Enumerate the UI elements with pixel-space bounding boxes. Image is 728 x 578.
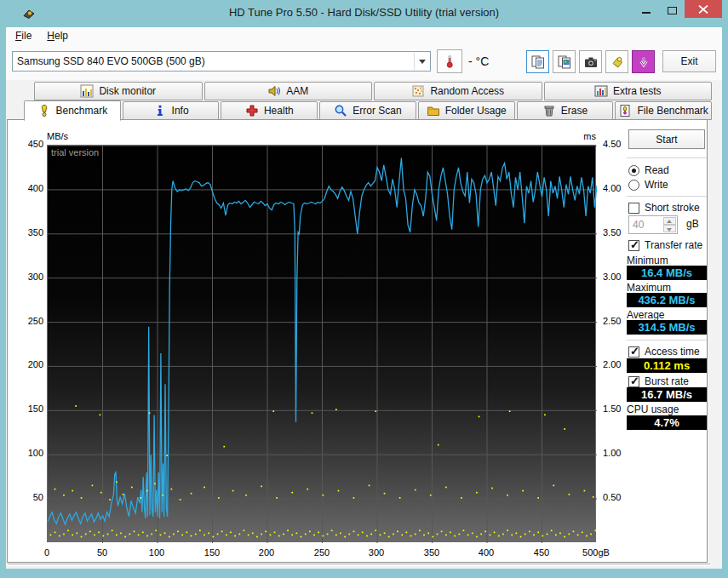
maximize-button[interactable] xyxy=(659,0,685,19)
screenshot-button[interactable] xyxy=(579,50,602,73)
transfer-rate-checkbox[interactable]: Transfer rate xyxy=(628,239,702,251)
maximum-label: Maximum xyxy=(627,282,671,294)
x-axis-tick: 300 xyxy=(358,547,395,558)
left-axis-tick: 350 xyxy=(8,227,43,237)
access-time-checkbox[interactable]: Access time xyxy=(628,346,700,358)
benchmark-chart: trial version MB/s ms 450400350300250200… xyxy=(8,120,707,562)
x-axis-tick: 350 xyxy=(413,547,450,558)
copy-text-button[interactable] xyxy=(526,50,549,73)
title-bar: HD Tune Pro 5.50 - Hard Disk/SSD Utility… xyxy=(0,0,728,27)
tab-aam[interactable]: AAM xyxy=(204,82,373,100)
cpu-usage-label: CPU usage xyxy=(627,403,679,415)
checkbox-checked-icon xyxy=(628,376,639,387)
screenshot-icon xyxy=(584,55,598,69)
transfer-rate-label: Transfer rate xyxy=(645,239,702,251)
x-axis-tick: 200 xyxy=(248,547,285,558)
copy-image-icon xyxy=(558,55,571,69)
x-axis-tick: 0 xyxy=(28,547,66,558)
resize-bar[interactable] xyxy=(8,564,710,566)
divider xyxy=(627,196,707,197)
x-axis-tick: 100 xyxy=(138,547,175,558)
tab-label: Benchmark xyxy=(56,105,108,117)
menu-file[interactable]: File xyxy=(9,27,37,44)
tab-random-access[interactable]: Random Access xyxy=(374,82,542,100)
radio-unselected-icon xyxy=(628,180,639,191)
tab-label: AAM xyxy=(286,85,308,97)
benchmark-controls: Start Read Write Short stroke 40 xyxy=(627,120,708,562)
menu-bar: FileHelp xyxy=(6,27,722,45)
benchmark-plot: trial version xyxy=(47,145,596,542)
app-window: HD Tune Pro 5.50 - Hard Disk/SSD Utility… xyxy=(0,0,728,578)
tab-label: Erase xyxy=(561,105,588,117)
close-button[interactable] xyxy=(685,0,722,18)
minimize-button[interactable] xyxy=(633,0,659,19)
toolbar-icon-buttons xyxy=(526,50,655,73)
short-stroke-label: Short stroke xyxy=(645,202,700,214)
x-axis-tick: 500gB xyxy=(577,547,615,558)
thermometer-icon xyxy=(443,52,456,71)
tab-label: Health xyxy=(264,105,294,117)
right-axis-unit: ms xyxy=(570,131,596,141)
tab-error-scan[interactable]: Error Scan xyxy=(319,101,416,120)
erase-icon xyxy=(542,104,556,117)
menu-help[interactable]: Help xyxy=(41,27,74,44)
tab-strip-primary: BenchmarkInfoHealthError ScanFolder Usag… xyxy=(24,101,714,120)
tab-label: Info xyxy=(172,105,189,117)
tab-health[interactable]: Health xyxy=(221,101,318,120)
spin-up-icon[interactable] xyxy=(663,217,676,225)
copy-text-icon xyxy=(531,55,545,69)
toolbar: Samsung SSD 840 EVO 500GB (500 gB) - °C … xyxy=(6,45,722,80)
access-time-value: 0.112 ms xyxy=(627,358,707,373)
tab-disk-monitor[interactable]: Disk monitor xyxy=(34,82,203,100)
download-button[interactable] xyxy=(632,50,655,73)
aam-icon xyxy=(267,84,281,98)
x-axis-tick: 250 xyxy=(303,547,341,558)
random-access-icon xyxy=(411,84,425,98)
write-radio[interactable]: Write xyxy=(628,179,668,191)
read-radio-label: Read xyxy=(645,164,669,176)
copy-image-button[interactable] xyxy=(553,50,576,73)
tab-folder-usage[interactable]: Folder Usage xyxy=(418,101,515,120)
drive-select[interactable]: Samsung SSD 840 EVO 500GB (500 gB) xyxy=(12,51,431,72)
checkbox-unchecked-icon xyxy=(628,203,639,214)
burst-rate-value: 16.7 MB/s xyxy=(627,387,707,402)
error-scan-icon xyxy=(334,104,347,117)
divider xyxy=(627,157,707,158)
tab-label: File Benchmark xyxy=(637,105,708,117)
benchmark-icon xyxy=(37,104,51,117)
spin-down-icon[interactable] xyxy=(663,225,676,232)
access-time-label: Access time xyxy=(645,346,700,358)
write-radio-label: Write xyxy=(645,179,668,191)
tab-info[interactable]: Info xyxy=(123,101,220,120)
tab-file-benchmark[interactable]: File Benchmark xyxy=(615,101,712,120)
temperature-value: - °C xyxy=(468,54,489,68)
temperature-button[interactable] xyxy=(437,49,462,73)
burst-rate-label: Burst rate xyxy=(645,375,689,387)
start-button[interactable]: Start xyxy=(628,129,705,149)
maximize-icon xyxy=(668,7,677,14)
left-axis-tick: 400 xyxy=(8,183,43,193)
exit-button[interactable]: Exit xyxy=(662,50,716,72)
burst-rate-checkbox[interactable]: Burst rate xyxy=(628,375,689,387)
info-icon xyxy=(153,104,167,117)
left-axis-tick: 300 xyxy=(8,272,43,282)
minimum-value: 16.4 MB/s xyxy=(627,266,707,280)
tab-label: Random Access xyxy=(430,85,504,97)
health-icon xyxy=(245,104,259,117)
tab-extra-tests[interactable]: Extra tests xyxy=(544,82,713,100)
benchmark-panel: trial version MB/s ms 450400350300250200… xyxy=(7,119,708,563)
short-stroke-checkbox[interactable]: Short stroke xyxy=(628,202,700,214)
left-axis-tick: 150 xyxy=(8,403,43,414)
radio-selected-icon xyxy=(628,165,639,176)
minimize-icon xyxy=(642,12,651,14)
read-radio[interactable]: Read xyxy=(628,164,669,176)
save-results-button[interactable] xyxy=(605,50,628,73)
tab-label: Error Scan xyxy=(353,105,401,117)
capacity-input[interactable]: 40 xyxy=(628,215,678,234)
tab-erase[interactable]: Erase xyxy=(517,101,614,120)
tab-benchmark[interactable]: Benchmark xyxy=(24,100,121,121)
plot-canvas xyxy=(48,146,597,543)
tab-label: Disk monitor xyxy=(99,85,156,97)
maximum-value: 436.2 MB/s xyxy=(627,293,707,307)
capacity-unit: gB xyxy=(686,218,699,230)
